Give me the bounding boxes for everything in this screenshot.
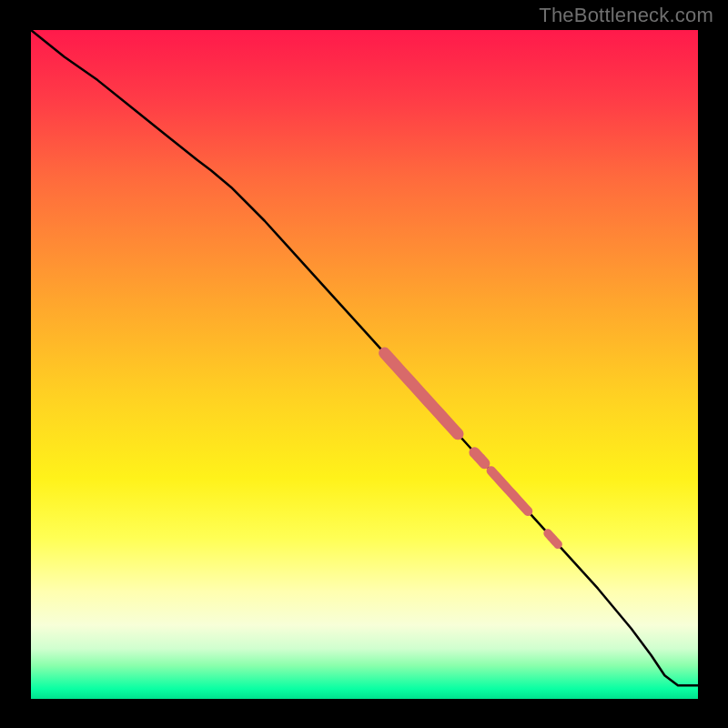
watermark-text: TheBottleneck.com (539, 4, 713, 27)
plot-area (31, 30, 698, 699)
chart-stage: TheBottleneck.com (0, 0, 728, 728)
